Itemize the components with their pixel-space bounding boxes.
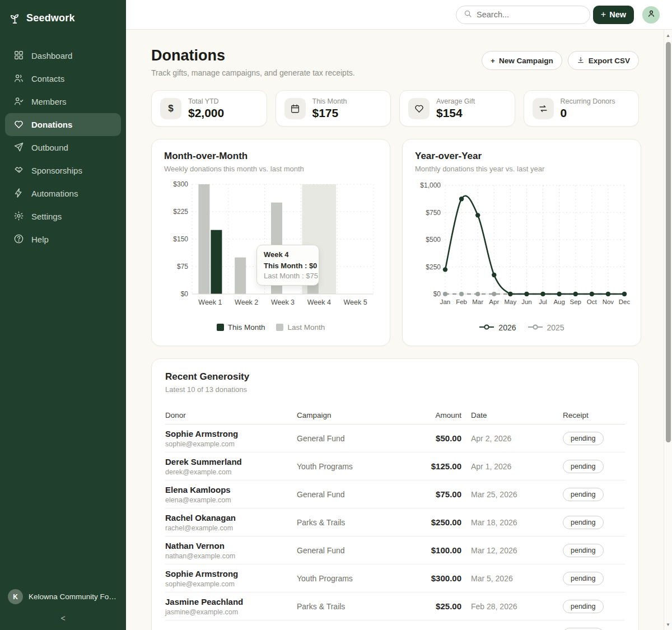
donor-name: Jasmine Peachland xyxy=(165,597,297,607)
user-avatar[interactable] xyxy=(642,6,660,24)
svg-text:Week 4: Week 4 xyxy=(307,298,331,306)
amount-cell: $50.00 xyxy=(414,433,461,443)
receipt-status-badge: pending xyxy=(563,628,604,630)
svg-text:Oct: Oct xyxy=(587,298,598,305)
sidebar-item-label: Dashboard xyxy=(31,51,72,60)
search-input[interactable] xyxy=(477,10,572,19)
people-icon xyxy=(13,73,24,85)
donor-name: Sophie Armstrong xyxy=(165,429,297,439)
svg-text:$250: $250 xyxy=(426,263,441,271)
receipt-status-badge: pending xyxy=(563,516,604,529)
sidebar-collapse-button[interactable]: < xyxy=(0,612,126,624)
receipt-status-badge: pending xyxy=(563,572,604,585)
scroll-up-arrow[interactable]: ▲ xyxy=(664,33,672,38)
legend-item: Last Month xyxy=(276,323,325,332)
line-chart-legend: 20262025 xyxy=(415,323,628,332)
svg-text:Apr: Apr xyxy=(489,298,499,305)
legend-label: Last Month xyxy=(287,323,325,332)
svg-text:Week 1: Week 1 xyxy=(198,298,222,306)
scroll-down-arrow[interactable]: ▼ xyxy=(664,622,672,627)
page-title: Donations xyxy=(151,47,355,64)
page-subtitle: Track gifts, manage campaigns, and gener… xyxy=(151,68,355,77)
col-header-date: Date xyxy=(461,411,553,419)
donation-row[interactable]: Sophie Armstrongsophie@example.comYouth … xyxy=(165,564,625,592)
lightning-icon xyxy=(13,188,24,200)
stat-value: $2,000 xyxy=(188,106,224,120)
svg-text:Jan: Jan xyxy=(440,298,451,305)
donation-row[interactable]: Elena Kamloopselena@example.comGeneral F… xyxy=(165,480,625,508)
export-csv-button[interactable]: Export CSV xyxy=(568,51,639,70)
chart-title: Year-over-Year xyxy=(415,151,628,162)
col-header-donor: Donor xyxy=(165,411,297,419)
sidebar-item-automations[interactable]: Automations xyxy=(5,182,121,205)
donor-email: sophie@example.com xyxy=(165,580,297,588)
year-over-year-chart[interactable]: $0$250$500$750$1,000JanFebMarAprMayJunJu… xyxy=(415,178,628,322)
org-name: Kelowna Community Foundation xyxy=(29,592,118,601)
campaign-cell: Parks & Trails xyxy=(297,602,414,611)
col-header-campaign: Campaign xyxy=(297,411,414,419)
legend-label: 2025 xyxy=(547,323,564,332)
svg-text:Jun: Jun xyxy=(521,298,532,305)
sidebar-item-dashboard[interactable]: Dashboard xyxy=(5,44,121,67)
search-box[interactable] xyxy=(456,6,590,24)
svg-text:Week 5: Week 5 xyxy=(344,298,367,306)
donation-row[interactable]: Derek Summerlandderek@example.comYouth P… xyxy=(165,452,625,480)
campaign-cell: General Fund xyxy=(297,490,414,499)
date-cell: Feb 28, 2026 xyxy=(461,602,553,611)
donor-email: sophie@example.com xyxy=(165,440,297,448)
date-cell: Mar 5, 2026 xyxy=(461,574,553,583)
stat-label: Average Gift xyxy=(436,97,475,105)
new-campaign-button[interactable]: + New Campaign xyxy=(482,51,562,70)
amount-cell: $300.00 xyxy=(414,573,461,583)
tooltip-row: This Month : $0 xyxy=(264,262,312,270)
scrollbar-thumb[interactable] xyxy=(666,42,671,442)
donation-row[interactable]: Derek Summerlandpending xyxy=(165,620,625,630)
org-switcher[interactable]: K Kelowna Community Foundation xyxy=(0,589,126,612)
donor-email: jasmine@example.com xyxy=(165,608,297,616)
new-button[interactable]: + New xyxy=(593,6,634,24)
topbar: + New xyxy=(126,0,672,30)
sidebar-item-outbound[interactable]: Outbound xyxy=(5,136,121,159)
donor-email: elena@example.com xyxy=(165,496,297,504)
sidebar: Seedwork DashboardContactsMembersDonatio… xyxy=(0,0,126,630)
date-cell: Mar 25, 2026 xyxy=(461,490,553,499)
donation-row[interactable]: Rachel Okanaganrachel@example.comParks &… xyxy=(165,508,625,536)
sidebar-item-help[interactable]: Help xyxy=(5,228,121,251)
dollar-icon: $ xyxy=(160,98,181,119)
sidebar-footer: K Kelowna Community Foundation < xyxy=(0,589,126,630)
handshake-icon xyxy=(13,165,24,177)
svg-text:$1,000: $1,000 xyxy=(420,181,441,189)
plus-icon: + xyxy=(491,57,495,65)
download-icon xyxy=(577,56,585,66)
table-title: Recent Generosity xyxy=(165,371,625,382)
chart-subtitle: Weekly donations this month vs. last mon… xyxy=(164,165,377,173)
sidebar-item-contacts[interactable]: Contacts xyxy=(5,67,121,90)
month-over-month-card: Month-over-Month Weekly donations this m… xyxy=(151,139,390,346)
amount-cell: $75.00 xyxy=(414,489,461,499)
question-icon xyxy=(13,234,24,246)
donor-email: nathan@example.com xyxy=(165,552,297,560)
plus-icon: + xyxy=(601,10,606,20)
donation-row[interactable]: Jasmine Peachlandjasmine@example.comPark… xyxy=(165,592,625,620)
col-header-amount: Amount xyxy=(414,411,461,419)
stat-card-this-month: This Month$175 xyxy=(276,90,391,127)
amount-cell: $25.00 xyxy=(414,601,461,611)
donor-email: rachel@example.com xyxy=(165,524,297,532)
sidebar-item-sponsorships[interactable]: Sponsorships xyxy=(5,159,121,182)
sidebar-item-members[interactable]: Members xyxy=(5,90,121,113)
campaign-cell: General Fund xyxy=(297,434,414,443)
donation-row[interactable]: Nathan Vernonnathan@example.comGeneral F… xyxy=(165,536,625,564)
sidebar-item-label: Help xyxy=(31,235,49,244)
donation-row[interactable]: Sophie Armstrongsophie@example.comGenera… xyxy=(165,424,625,452)
svg-text:Feb: Feb xyxy=(456,298,467,305)
svg-text:$0: $0 xyxy=(433,290,441,298)
svg-text:Mar: Mar xyxy=(472,298,483,305)
stat-value: 0 xyxy=(561,106,615,120)
campaign-cell: Youth Programs xyxy=(297,574,414,583)
donor-name: Rachel Okanagan xyxy=(165,513,297,523)
sidebar-item-settings[interactable]: Settings xyxy=(5,205,121,228)
date-cell: Mar 18, 2026 xyxy=(461,518,553,527)
sidebar-item-donations[interactable]: Donations xyxy=(5,113,121,136)
receipt-status-badge: pending xyxy=(563,432,604,445)
sidebar-item-label: Automations xyxy=(31,189,78,198)
